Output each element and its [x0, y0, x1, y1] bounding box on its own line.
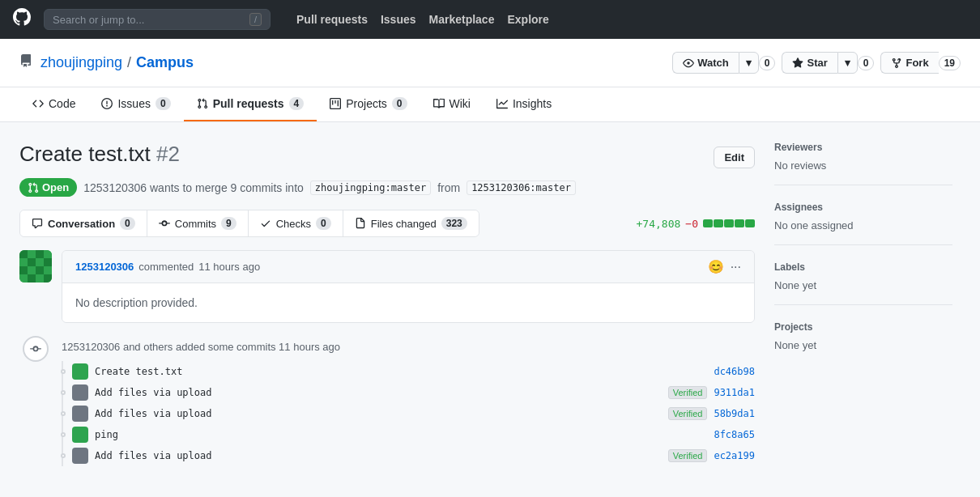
tab-insights[interactable]: Insights [484, 87, 565, 121]
comment-body-text: No description provided. [75, 296, 198, 309]
pr-status-label: Open [42, 181, 69, 193]
diff-stats: +74,808 −0 [637, 218, 755, 230]
sidebar-projects: Projects None yet [774, 321, 952, 364]
tab-wiki[interactable]: Wiki [420, 87, 484, 121]
commit-dot [61, 411, 66, 416]
commit-dot [61, 369, 66, 374]
watch-dropdown[interactable]: ▾ [739, 52, 759, 74]
star-count: 0 [858, 56, 875, 70]
repo-icon [19, 54, 32, 71]
repo-header: zhoujingping / Campus Watch ▾ 0 Star ▾ 0 [0, 39, 980, 87]
commits-header-text: 1253120306 and others added some commits… [62, 341, 340, 353]
reviewers-title: Reviewers [774, 142, 952, 153]
edit-button[interactable]: Edit [714, 147, 755, 168]
commit-message: ping [95, 429, 118, 440]
fork-label: Fork [905, 57, 928, 69]
pr-tab-files[interactable]: Files changed 323 [343, 210, 479, 236]
commit-hash[interactable]: 8fc8a65 [714, 429, 755, 440]
star-button[interactable]: Star [782, 52, 837, 74]
pr-tabs-row: Conversation 0 Commits 9 Checks 0 Files … [19, 210, 755, 237]
search-box[interactable]: / [44, 9, 271, 30]
comment-header: 1253120306 commented 11 hours ago 😊 ··· [62, 251, 754, 283]
repo-actions: Watch ▾ 0 Star ▾ 0 Fork 19 [672, 52, 961, 74]
commit-hash[interactable]: 9311da1 [714, 387, 755, 398]
tab-code[interactable]: Code [19, 87, 88, 121]
pr-tab-files-badge: 323 [441, 217, 467, 230]
assignees-value: No one assigned [774, 219, 952, 232]
commits-content: 1253120306 and others added some commits… [62, 336, 755, 466]
table-row: ping 8fc8a65 [76, 424, 755, 445]
diff-bar [703, 219, 755, 227]
pr-source-branch: 1253120306:master [467, 181, 576, 195]
commits-list: Create test.txt dc46b98 Add files via up… [62, 361, 755, 466]
comment-section: 1253120306 commented 11 hours ago 😊 ··· … [19, 250, 755, 323]
fork-count: 19 [939, 56, 961, 70]
comment-action: commented [138, 261, 194, 273]
tab-projects[interactable]: Projects 0 [317, 87, 420, 121]
commit-avatar [72, 363, 88, 380]
commit-avatar [72, 427, 88, 443]
pr-tab-commits[interactable]: Commits 9 [147, 210, 249, 236]
tab-pull-requests[interactable]: Pull requests 4 [184, 87, 317, 121]
commits-icon-area [19, 336, 52, 362]
commit-avatar [72, 406, 88, 422]
tab-issues[interactable]: Issues 0 [88, 87, 183, 121]
sidebar-reviewers: Reviewers No reviews [774, 142, 952, 185]
commit-hash[interactable]: dc46b98 [714, 366, 755, 377]
diff-block-3 [724, 219, 734, 227]
comment-more-button[interactable]: ··· [731, 260, 741, 274]
table-row: Add files via upload Verified ec2a199 [76, 445, 755, 466]
watch-label: Watch [697, 57, 729, 69]
pr-target-branch: zhoujingping:master [310, 181, 431, 195]
commit-hash[interactable]: 58b9da1 [714, 408, 755, 419]
nav-pull-requests[interactable]: Pull requests [296, 13, 368, 26]
repo-owner-link[interactable]: zhoujingping [40, 54, 122, 71]
commit-item-right: Verified 58b9da1 [668, 407, 755, 420]
tab-projects-badge: 0 [392, 97, 407, 110]
pr-tab-conversation[interactable]: Conversation 0 [20, 210, 147, 236]
commit-message: Create test.txt [95, 366, 182, 377]
commit-dot [61, 453, 66, 458]
search-input[interactable] [53, 14, 243, 26]
tab-pr-badge: 4 [289, 97, 305, 110]
pr-title-row: Create test.txt #2 Edit [19, 142, 755, 168]
pr-content: Create test.txt #2 Edit Open 1253120306 … [19, 142, 755, 466]
emoji-button[interactable]: 😊 [708, 259, 724, 274]
comment-actions: 😊 ··· [708, 259, 741, 274]
pr-tab-conversation-badge: 0 [120, 217, 135, 230]
fork-button[interactable]: Fork [880, 52, 938, 74]
commit-item-right: Verified 9311da1 [668, 386, 755, 399]
breadcrumb: zhoujingping / Campus [19, 54, 194, 71]
pr-tab-checks[interactable]: Checks 0 [249, 210, 343, 236]
nav-marketplace[interactable]: Marketplace [429, 13, 495, 26]
diff-block-1 [703, 219, 713, 227]
table-row: Create test.txt dc46b98 [76, 361, 755, 382]
comment-time: 11 hours ago [198, 261, 260, 273]
pr-tab-files-label: Files changed [371, 218, 437, 230]
star-group: Star ▾ 0 [782, 52, 874, 74]
main-content: Create test.txt #2 Edit Open 1253120306 … [0, 122, 972, 486]
commits-icon [23, 336, 49, 362]
nav-explore[interactable]: Explore [507, 13, 548, 26]
breadcrumb-slash: / [127, 54, 131, 71]
sidebar-labels: Labels None yet [774, 261, 952, 305]
github-logo[interactable] [13, 8, 31, 31]
pr-title: Create test.txt #2 [19, 142, 180, 166]
star-dropdown[interactable]: ▾ [837, 52, 858, 74]
tab-insights-label: Insights [513, 97, 552, 110]
repo-tabs: Code Issues 0 Pull requests 4 Projects 0… [0, 87, 980, 122]
commit-item-left: ping [76, 427, 118, 443]
commit-item-left: Add files via upload [76, 384, 212, 401]
projects-value: None yet [774, 339, 952, 351]
top-nav-links: Pull requests Issues Marketplace Explore [296, 13, 549, 26]
commit-hash[interactable]: ec2a199 [714, 450, 755, 461]
pr-tab-conversation-label: Conversation [48, 218, 115, 230]
tab-projects-label: Projects [346, 97, 387, 110]
watch-button[interactable]: Watch [672, 52, 739, 74]
table-row: Add files via upload Verified 9311da1 [76, 382, 755, 403]
watch-count: 0 [759, 56, 776, 70]
repo-name-link[interactable]: Campus [136, 54, 194, 71]
nav-issues[interactable]: Issues [381, 13, 416, 26]
pr-tab-commits-label: Commits [175, 218, 216, 230]
comment-author[interactable]: 1253120306 [75, 261, 134, 273]
